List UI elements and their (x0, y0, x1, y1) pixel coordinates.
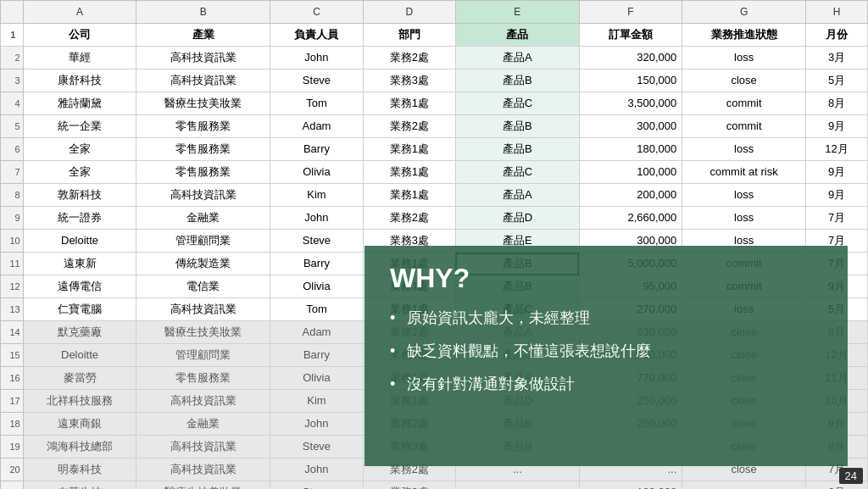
cell-8-h: 9月 (806, 184, 868, 207)
row-num-21: 21 (1, 481, 24, 490)
cell-13-c: Tom (270, 298, 363, 321)
col-header-d[interactable]: D (363, 1, 455, 24)
table-row: 2華經高科技資訊業John業務2處產品A320,000loss3月 (1, 47, 868, 69)
table-header-row: 1 公司 產業 負責人員 部門 產品 訂單金額 業務推進狀態 月份 (1, 24, 868, 47)
cell-9-h: 7月 (806, 207, 868, 230)
cell-6-g: loss (682, 138, 806, 161)
cell-18-a: 遠東商銀 (23, 413, 136, 436)
cell-9-e: 產品D (455, 207, 579, 230)
col-header-h[interactable]: H (806, 1, 868, 24)
cell-2-h: 3月 (806, 47, 868, 69)
cell-21-c: Steve (270, 481, 363, 490)
cell-6-c: Barry (270, 138, 363, 161)
cell-8-f: 200,000 (579, 184, 682, 207)
cell-11-a: 遠東新 (23, 253, 136, 275)
cell-8-c: Kim (270, 184, 363, 207)
row-num-13: 13 (1, 298, 24, 321)
cell-12-c: Olivia (270, 275, 363, 298)
col-header-g[interactable]: G (682, 1, 806, 24)
cell-2-b: 高科技資訊業 (136, 47, 270, 69)
cell-16-b: 零售服務業 (136, 367, 270, 390)
cell-19-b: 高科技資訊業 (136, 436, 270, 458)
cell-3-c: Steve (270, 69, 363, 92)
header-status: 業務推進狀態 (682, 24, 806, 47)
cell-7-h: 9月 (806, 161, 868, 184)
overlay-bullet-1: 原始資訊太龐大，未經整理 (390, 308, 822, 329)
cell-7-g: commit at risk (682, 161, 806, 184)
row-num-14: 14 (1, 321, 24, 344)
header-company: 公司 (23, 24, 136, 47)
cell-6-b: 零售服務業 (136, 138, 270, 161)
col-header-f[interactable]: F (579, 1, 682, 24)
cell-6-d: 業務1處 (363, 138, 455, 161)
cell-8-e: 產品A (455, 184, 579, 207)
cell-21-d: 業務3處 (363, 481, 455, 490)
cell-4-b: 醫療生技美妝業 (136, 92, 270, 115)
cell-12-b: 電信業 (136, 275, 270, 298)
header-dept: 部門 (363, 24, 455, 47)
cell-7-f: 100,000 (579, 161, 682, 184)
cell-5-f: 300,000 (579, 115, 682, 138)
overlay-bullet-3: 沒有針對溝通對象做設計 (390, 374, 822, 395)
col-header-a[interactable]: A (23, 1, 136, 24)
cell-2-a: 華經 (23, 47, 136, 69)
cell-17-c: Kim (270, 390, 363, 413)
table-row: 9統一證券金融業John業務2處產品D2,660,000loss7月 (1, 207, 868, 230)
overlay-bullets: 原始資訊太龐大，未經整理 缺乏資料觀點，不懂這張表想說什麼 沒有針對溝通對象做設… (390, 308, 822, 396)
table-row: 5統一企業零售服務業Adam業務2處產品B300,000commit9月 (1, 115, 868, 138)
cell-5-e: 產品B (455, 115, 579, 138)
header-product: 產品 (455, 24, 579, 47)
cell-2-d: 業務2處 (363, 47, 455, 69)
cell-3-g: close (682, 69, 806, 92)
cell-19-c: Steve (270, 436, 363, 458)
cell-20-c: John (270, 458, 363, 481)
col-header-c[interactable]: C (270, 1, 363, 24)
cell-20-b: 高科技資訊業 (136, 458, 270, 481)
cell-21-f: 100,000 (579, 481, 682, 490)
cell-2-f: 320,000 (579, 47, 682, 69)
spreadsheet: A B C D E F G H 1 公司 產業 負責人員 部門 產品 訂單金額 … (0, 0, 868, 489)
cell-12-a: 遠傳電信 (23, 275, 136, 298)
cell-16-c: Olivia (270, 367, 363, 390)
cell-7-a: 全家 (23, 161, 136, 184)
row-num-12: 12 (1, 275, 24, 298)
cell-8-g: loss (682, 184, 806, 207)
row-num-18: 18 (1, 413, 24, 436)
cell-3-b: 高科技資訊業 (136, 69, 270, 92)
cell-5-c: Adam (270, 115, 363, 138)
cell-2-e: 產品A (455, 47, 579, 69)
cell-10-b: 管理顧問業 (136, 230, 270, 253)
cell-3-e: 產品B (455, 69, 579, 92)
row-num-16: 16 (1, 367, 24, 390)
cell-13-a: 仁寶電腦 (23, 298, 136, 321)
cell-3-d: 業務3處 (363, 69, 455, 92)
cell-5-a: 統一企業 (23, 115, 136, 138)
cell-5-b: 零售服務業 (136, 115, 270, 138)
why-overlay: WHY? 原始資訊太龐大，未經整理 缺乏資料觀點，不懂這張表想說什麼 沒有針對溝… (364, 246, 848, 466)
page-badge: 24 (839, 468, 863, 484)
overlay-bullet-2: 缺乏資料觀點，不懂這張表想說什麼 (390, 341, 822, 362)
row-num-2: 2 (1, 47, 24, 69)
cell-4-c: Tom (270, 92, 363, 115)
cell-19-a: 鴻海科技總部 (23, 436, 136, 458)
row-num-20: 20 (1, 458, 24, 481)
cell-8-a: 敦新科技 (23, 184, 136, 207)
header-amount: 訂單金額 (579, 24, 682, 47)
cell-8-b: 高科技資訊業 (136, 184, 270, 207)
column-header-row: A B C D E F G H (1, 1, 868, 24)
row-num-1: 1 (1, 24, 24, 47)
cell-7-c: Olivia (270, 161, 363, 184)
table-row: 8敦新科技高科技資訊業Kim業務1處產品A200,000loss9月 (1, 184, 868, 207)
col-header-e[interactable]: E (455, 1, 579, 24)
cell-9-a: 統一證券 (23, 207, 136, 230)
col-header-b[interactable]: B (136, 1, 270, 24)
row-num-8: 8 (1, 184, 24, 207)
cell-15-c: Barry (270, 344, 363, 367)
cell-20-a: 明泰科技 (23, 458, 136, 481)
table-row: 21友華生技醫療生技美妝業Steve業務3處...100,000...6月 (1, 481, 868, 490)
row-num-17: 17 (1, 390, 24, 413)
cell-6-f: 180,000 (579, 138, 682, 161)
cell-3-a: 康舒科技 (23, 69, 136, 92)
cell-5-g: commit (682, 115, 806, 138)
cell-13-b: 高科技資訊業 (136, 298, 270, 321)
